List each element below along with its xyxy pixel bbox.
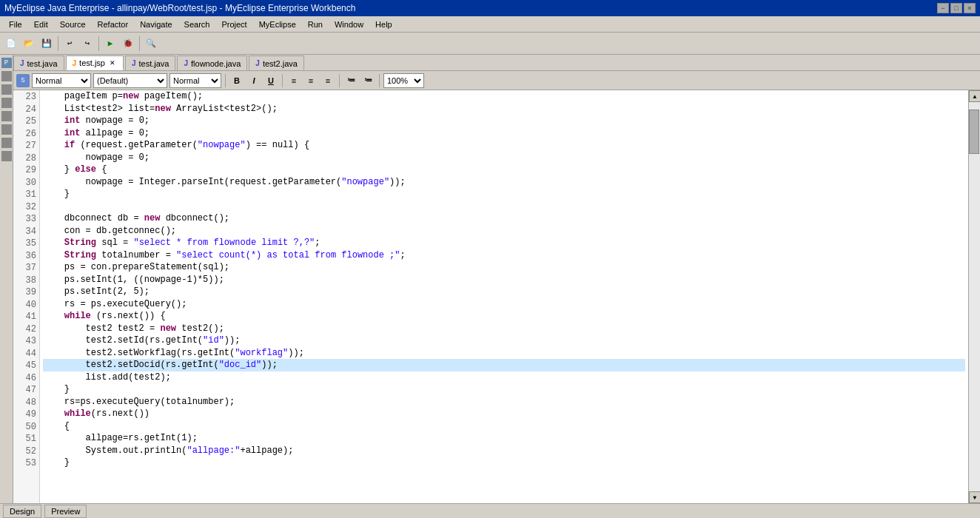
menu-item-myeclipse[interactable]: MyEclipse <box>253 16 302 32</box>
list-unordered-button[interactable]: ≔ <box>360 73 375 88</box>
debug-button[interactable]: 🐞 <box>120 36 136 52</box>
line-number: 44 <box>13 348 36 360</box>
maximize-button[interactable]: □ <box>950 3 962 13</box>
italic-button[interactable]: I <box>246 73 261 88</box>
code-line: ps = con.prepareStatement(sql); <box>43 261 965 274</box>
format-sep-3 <box>339 74 340 87</box>
line-number: 42 <box>13 323 36 336</box>
scroll-up-button[interactable]: ▲ <box>969 90 980 102</box>
underline-button[interactable]: U <box>264 73 278 88</box>
save-button[interactable]: 💾 <box>38 36 55 52</box>
line-number: 41 <box>13 311 36 323</box>
menu-item-run[interactable]: Run <box>302 16 329 32</box>
line-number: 37 <box>13 262 36 275</box>
scroll-thumb[interactable] <box>969 110 979 154</box>
menu-bar: FileEditSourceRefactorNavigateSearchProj… <box>0 16 980 33</box>
menu-item-help[interactable]: Help <box>369 16 398 32</box>
code-line: } <box>43 383 965 396</box>
code-line: String totalnumber = "select count(*) as… <box>43 249 965 262</box>
code-line: con = db.getconnec(); <box>43 225 965 238</box>
search-button[interactable]: 🔍 <box>143 36 159 52</box>
code-line: test2.setWorkflag(rs.getInt("workflag"))… <box>43 347 965 360</box>
format-sep-2 <box>282 74 283 87</box>
menu-item-window[interactable]: Window <box>329 16 369 32</box>
bottom-bar: DesignPreview <box>0 503 980 518</box>
code-line-highlighted: test2.setDocid(rs.getInt("doc_id")); <box>43 359 965 371</box>
title-text: MyEclipse Java Enterprise - allinpay/Web… <box>4 3 355 13</box>
bottom-tab-preview[interactable]: Preview <box>44 505 87 518</box>
tab-test-java[interactable]: Jtest.java <box>13 56 64 70</box>
line-number: 26 <box>13 128 36 141</box>
sidebar-icon-7[interactable] <box>1 138 12 148</box>
tab-label: test.java <box>27 59 58 68</box>
format-icon-1[interactable]: S <box>16 74 30 87</box>
undo-button[interactable]: ↩ <box>61 36 78 52</box>
bold-button[interactable]: B <box>229 73 244 88</box>
tab-test-jsp[interactable]: Jtest.jsp✕ <box>66 56 124 70</box>
line-number: 48 <box>13 397 36 409</box>
menu-item-edit[interactable]: Edit <box>28 16 54 32</box>
tab-icon: J <box>73 59 77 67</box>
title-bar: MyEclipse Java Enterprise - allinpay/Web… <box>0 0 980 16</box>
line-number: 40 <box>13 299 36 312</box>
sidebar-icon-4[interactable] <box>1 98 12 108</box>
code-line: pageItem p=new pageItem(); <box>43 90 965 103</box>
bottom-tab-design[interactable]: Design <box>3 505 41 518</box>
sidebar-icon-1[interactable]: P <box>1 58 12 68</box>
open-button[interactable]: 📂 <box>21 36 37 52</box>
line-number: 31 <box>13 189 36 201</box>
menu-item-search[interactable]: Search <box>178 16 216 32</box>
code-line: List<test2> list=new ArrayList<test2>(); <box>43 103 965 115</box>
scroll-down-button[interactable]: ▼ <box>969 491 980 503</box>
line-number: 23 <box>13 91 36 104</box>
tab-close-button[interactable]: ✕ <box>108 58 117 67</box>
code-line: test2.setId(rs.getInt("id")); <box>43 334 965 347</box>
sidebar-icon-2[interactable] <box>1 71 12 81</box>
code-line: int nowpage = 0; <box>43 115 965 127</box>
sidebar-icon-6[interactable] <box>1 124 12 135</box>
line-number: 24 <box>13 104 36 116</box>
size-select[interactable]: Normal <box>170 73 221 88</box>
code-line: while (rs.next()) { <box>43 310 965 323</box>
right-scrollbar[interactable]: ▲ ▼ <box>968 90 980 503</box>
font-select[interactable]: (Default) <box>93 73 167 88</box>
tab-label: test.jsp <box>79 58 105 67</box>
scroll-track[interactable] <box>969 102 980 491</box>
align-right-button[interactable]: ≡ <box>320 73 335 88</box>
align-left-button[interactable]: ≡ <box>286 73 301 88</box>
zoom-select[interactable]: 100% <box>383 73 424 88</box>
code-content[interactable]: pageItem p=new pageItem(); List<test2> l… <box>40 90 968 503</box>
code-line: allpage=rs.getInt(1); <box>43 432 965 445</box>
code-area[interactable]: 2324252627282930313233343536373839404142… <box>13 90 980 503</box>
list-ordered-button[interactable]: ≔ <box>343 73 358 88</box>
close-button[interactable]: × <box>964 3 976 13</box>
line-number: 28 <box>13 152 36 165</box>
tab-icon: J <box>132 59 136 67</box>
align-center-button[interactable]: ≡ <box>303 73 318 88</box>
menu-item-source[interactable]: Source <box>54 16 92 32</box>
menu-item-refactor[interactable]: Refactor <box>92 16 135 32</box>
sidebar-icon-5[interactable] <box>1 111 12 121</box>
line-number: 34 <box>13 226 36 238</box>
sidebar-icon-8[interactable] <box>1 151 12 161</box>
new-button[interactable]: 📄 <box>3 36 19 52</box>
code-line: list.add(test2); <box>43 371 965 384</box>
menu-item-project[interactable]: Project <box>215 16 252 32</box>
tab-label: test2.java <box>263 59 298 68</box>
sidebar-icon-3[interactable] <box>1 84 12 95</box>
window-controls: − □ × <box>937 3 976 13</box>
menu-item-file[interactable]: File <box>3 16 28 32</box>
tab-test-java[interactable]: Jtest.java <box>125 56 176 70</box>
code-line: System.out.println("allpage:"+allpage); <box>43 445 965 457</box>
run-button[interactable]: ▶ <box>102 36 118 52</box>
minimize-button[interactable]: − <box>937 3 949 13</box>
style-select[interactable]: Normal <box>32 73 91 88</box>
redo-button[interactable]: ↪ <box>79 36 95 52</box>
menu-item-navigate[interactable]: Navigate <box>134 16 178 32</box>
tab-test2-java[interactable]: Jtest2.java <box>249 56 304 70</box>
tab-flownode-java[interactable]: Jflownode.java <box>177 56 247 70</box>
line-numbers: 2324252627282930313233343536373839404142… <box>13 90 40 503</box>
toolbar-sep-1 <box>58 36 58 51</box>
line-number: 52 <box>13 445 36 458</box>
line-number: 35 <box>13 238 36 250</box>
